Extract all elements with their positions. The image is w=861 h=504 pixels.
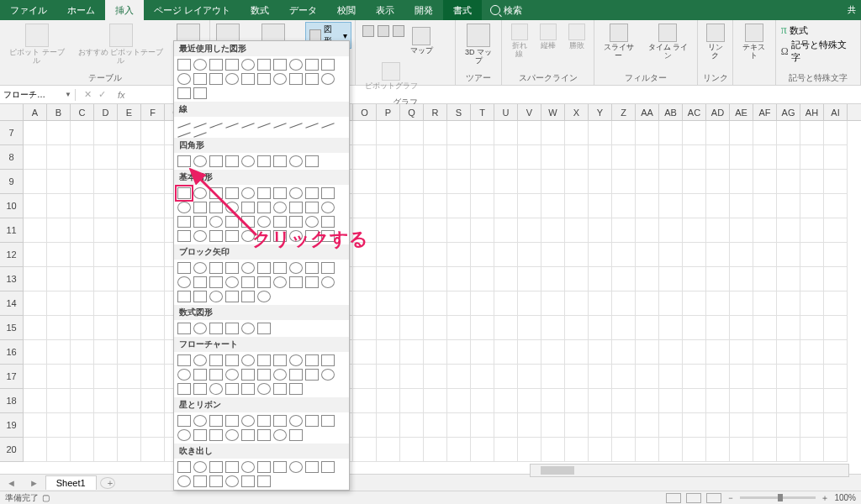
cell[interactable] (824, 316, 848, 340)
cell[interactable] (47, 194, 71, 218)
row-header[interactable]: 9 (0, 170, 23, 194)
cell[interactable] (824, 267, 848, 291)
cell[interactable] (94, 170, 118, 194)
cell[interactable] (94, 413, 118, 438)
cell[interactable] (471, 413, 494, 438)
column-header[interactable]: A (24, 104, 47, 120)
cell[interactable] (141, 243, 165, 267)
cell[interactable] (589, 413, 612, 438)
sparkline-bar-button[interactable]: 縦棒 (535, 22, 562, 52)
cell[interactable] (447, 365, 471, 389)
zoom-out-button[interactable]: － (726, 492, 735, 504)
shape-item[interactable] (257, 73, 271, 85)
shape-item[interactable] (257, 461, 271, 473)
shape-item[interactable] (273, 383, 287, 395)
cell[interactable] (47, 145, 71, 170)
cell[interactable] (518, 267, 541, 291)
textbox-button[interactable]: テキスト (737, 22, 772, 62)
shape-item[interactable] (257, 323, 271, 334)
shape-item[interactable] (257, 123, 270, 128)
cell[interactable] (494, 316, 518, 340)
add-sheet-button[interactable]: + (100, 477, 115, 489)
shape-item[interactable] (177, 461, 191, 473)
cell[interactable] (589, 243, 612, 267)
tab-view[interactable]: 表示 (366, 0, 404, 20)
cell[interactable] (753, 365, 777, 389)
column-header[interactable]: B (47, 104, 71, 120)
cell[interactable] (636, 389, 659, 413)
shape-item[interactable] (193, 323, 207, 334)
cell[interactable] (447, 291, 471, 316)
shape-item[interactable] (177, 323, 191, 334)
row-header[interactable]: 8 (0, 145, 23, 170)
cell[interactable] (541, 170, 565, 194)
cell[interactable] (753, 438, 777, 462)
cell[interactable] (494, 413, 518, 438)
shape-item[interactable] (225, 475, 239, 487)
cell[interactable] (612, 365, 636, 389)
cell[interactable] (612, 267, 636, 291)
cell[interactable] (494, 145, 518, 170)
cell[interactable] (565, 413, 589, 438)
column-header[interactable]: X (565, 104, 589, 120)
cell[interactable] (541, 145, 565, 170)
cell[interactable] (800, 170, 824, 194)
shape-item[interactable] (305, 354, 319, 366)
cell[interactable] (706, 365, 730, 389)
cell[interactable] (377, 194, 400, 218)
cell[interactable] (565, 170, 589, 194)
cell[interactable] (777, 438, 800, 462)
cell[interactable] (636, 218, 659, 243)
shape-item[interactable] (225, 123, 238, 128)
cell[interactable] (24, 389, 47, 413)
shape-item[interactable] (273, 369, 287, 381)
cell[interactable] (659, 438, 683, 462)
cell[interactable] (636, 365, 659, 389)
cell[interactable] (400, 291, 424, 316)
shape-item[interactable] (321, 202, 335, 213)
cell[interactable] (636, 194, 659, 218)
cell[interactable] (730, 218, 753, 243)
shape-item[interactable] (209, 73, 223, 85)
tab-develop[interactable]: 開発 (404, 0, 443, 20)
cell[interactable] (659, 218, 683, 243)
cell[interactable] (706, 438, 730, 462)
cell[interactable] (659, 389, 683, 413)
cell[interactable] (753, 194, 777, 218)
cell[interactable] (800, 145, 824, 170)
cell[interactable] (683, 291, 706, 316)
cell[interactable] (94, 218, 118, 243)
shape-item[interactable] (193, 87, 207, 99)
cell[interactable] (518, 291, 541, 316)
cell[interactable] (447, 243, 471, 267)
view-page-break-button[interactable] (706, 493, 721, 503)
cell[interactable] (47, 291, 71, 316)
shape-item[interactable] (241, 323, 255, 334)
cell[interactable] (141, 145, 165, 170)
shape-item[interactable] (241, 123, 254, 128)
cell[interactable] (800, 389, 824, 413)
cell[interactable] (447, 438, 471, 462)
cell[interactable] (377, 267, 400, 291)
cell[interactable] (824, 340, 848, 365)
cell[interactable] (800, 413, 824, 438)
cell[interactable] (118, 365, 141, 389)
row-header[interactable]: 15 (0, 316, 23, 340)
cell[interactable] (777, 121, 800, 145)
cell[interactable] (800, 218, 824, 243)
cell[interactable] (353, 413, 377, 438)
shape-item[interactable] (305, 59, 319, 71)
cell[interactable] (706, 218, 730, 243)
cell[interactable] (447, 218, 471, 243)
cell[interactable] (94, 365, 118, 389)
cell[interactable] (730, 438, 753, 462)
shape-item[interactable] (257, 291, 271, 302)
cell[interactable] (71, 413, 94, 438)
cell[interactable] (494, 194, 518, 218)
shape-item[interactable] (273, 461, 287, 473)
shape-item[interactable] (225, 354, 239, 366)
cell[interactable] (753, 267, 777, 291)
cell[interactable] (377, 365, 400, 389)
shape-item[interactable] (209, 415, 223, 427)
shape-item[interactable] (225, 461, 239, 473)
